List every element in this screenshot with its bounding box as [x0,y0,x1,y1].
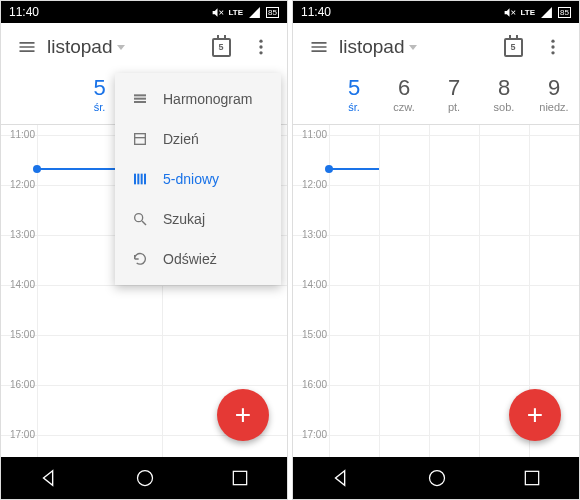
day-col-0[interactable]: 5 śr. [329,71,379,124]
month-dropdown[interactable]: listopad [339,36,493,58]
nav-home-button[interactable] [135,468,155,488]
svg-rect-5 [134,101,146,103]
mute-icon [211,6,224,19]
svg-rect-6 [135,134,146,145]
nav-back-button[interactable] [330,467,352,489]
hour-label: 11:00 [3,129,35,140]
svg-rect-10 [141,174,143,185]
svg-point-19 [429,471,444,486]
hour-label: 16:00 [295,379,327,390]
hour-label: 17:00 [3,429,35,440]
day-label: pt. [429,101,479,113]
menu-label: 5-dniowy [163,171,219,187]
svg-point-1 [259,45,262,48]
status-bar: 11:40 LTE 85 [293,1,579,23]
view-dropdown-menu: Harmonogram Dzień 5-dniowy Szukaj Odświe… [115,73,281,285]
menu-item-day[interactable]: Dzień [115,119,281,159]
fiveday-icon [131,171,149,187]
hamburger-menu-icon[interactable] [7,27,47,67]
svg-point-18 [551,51,554,54]
chevron-down-icon [409,45,417,50]
hour-label: 14:00 [295,279,327,290]
menu-item-schedule[interactable]: Harmonogram [115,79,281,119]
svg-point-0 [259,40,262,43]
signal-icon [540,6,553,19]
month-dropdown[interactable]: listopad [47,36,201,58]
plus-icon: + [527,399,543,431]
nav-recent-button[interactable] [230,468,250,488]
day-label: niedz. [529,101,579,113]
lte-label: LTE [229,8,244,17]
add-event-fab[interactable]: + [509,389,561,441]
hour-label: 17:00 [295,429,327,440]
menu-label: Harmonogram [163,91,252,107]
hour-label: 14:00 [3,279,35,290]
plus-icon: + [235,399,251,431]
svg-line-13 [142,221,146,225]
hamburger-menu-icon[interactable] [299,27,339,67]
app-toolbar: listopad 5 [1,23,287,71]
day-col-4[interactable]: 9 niedz. [529,71,579,124]
day-col-1[interactable]: 6 czw. [379,71,429,124]
phone-right: 11:40 LTE 85 listopad 5 5 śr. 6 czw. [292,0,580,500]
android-nav-bar [293,457,579,499]
hour-label: 13:00 [3,229,35,240]
day-label: czw. [379,101,429,113]
menu-label: Szukaj [163,211,205,227]
add-event-fab[interactable]: + [217,389,269,441]
status-icons: LTE 85 [211,6,279,19]
schedule-icon [131,91,149,107]
svg-point-12 [135,214,143,222]
svg-rect-3 [134,94,146,96]
calendar-icon: 5 [212,38,231,57]
status-time: 11:40 [9,5,39,19]
battery-icon: 85 [558,7,571,18]
status-time: 11:40 [301,5,331,19]
battery-icon: 85 [266,7,279,18]
chevron-down-icon [117,45,125,50]
day-label: śr. [329,101,379,113]
day-col-2[interactable]: 7 pt. [429,71,479,124]
overflow-menu-button[interactable] [241,27,281,67]
phone-left: 11:40 LTE 85 listopad 5 5 śr. 6 czw. [0,0,288,500]
hour-label: 11:00 [295,129,327,140]
svg-rect-4 [134,98,146,100]
search-icon [131,211,149,227]
menu-item-5day[interactable]: 5-dniowy [115,159,281,199]
month-label: listopad [47,36,113,58]
day-number: 9 [529,75,579,101]
day-number: 5 [329,75,379,101]
signal-icon [248,6,261,19]
lte-label: LTE [521,8,536,17]
day-col-3[interactable]: 8 sob. [479,71,529,124]
nav-recent-button[interactable] [522,468,542,488]
menu-item-refresh[interactable]: Odśwież [115,239,281,279]
svg-point-17 [551,45,554,48]
menu-label: Odśwież [163,251,217,267]
refresh-icon [131,251,149,267]
svg-rect-20 [525,471,538,484]
current-time-indicator [329,168,379,170]
today-button[interactable]: 5 [493,27,533,67]
month-label: listopad [339,36,405,58]
hour-label: 12:00 [295,179,327,190]
mute-icon [503,6,516,19]
day-number: 8 [479,75,529,101]
svg-point-14 [137,471,152,486]
day-number: 7 [429,75,479,101]
svg-point-2 [259,51,262,54]
app-toolbar: listopad 5 [293,23,579,71]
hour-label: 15:00 [295,329,327,340]
calendar-icon: 5 [504,38,523,57]
svg-rect-11 [144,174,146,185]
menu-item-search[interactable]: Szukaj [115,199,281,239]
hour-label: 12:00 [3,179,35,190]
svg-rect-15 [233,471,246,484]
status-icons: LTE 85 [503,6,571,19]
nav-back-button[interactable] [38,467,60,489]
svg-rect-9 [137,174,139,185]
nav-home-button[interactable] [427,468,447,488]
overflow-menu-button[interactable] [533,27,573,67]
day-header-row: 5 śr. 6 czw. 7 pt. 8 sob. 9 niedz. [293,71,579,125]
today-button[interactable]: 5 [201,27,241,67]
